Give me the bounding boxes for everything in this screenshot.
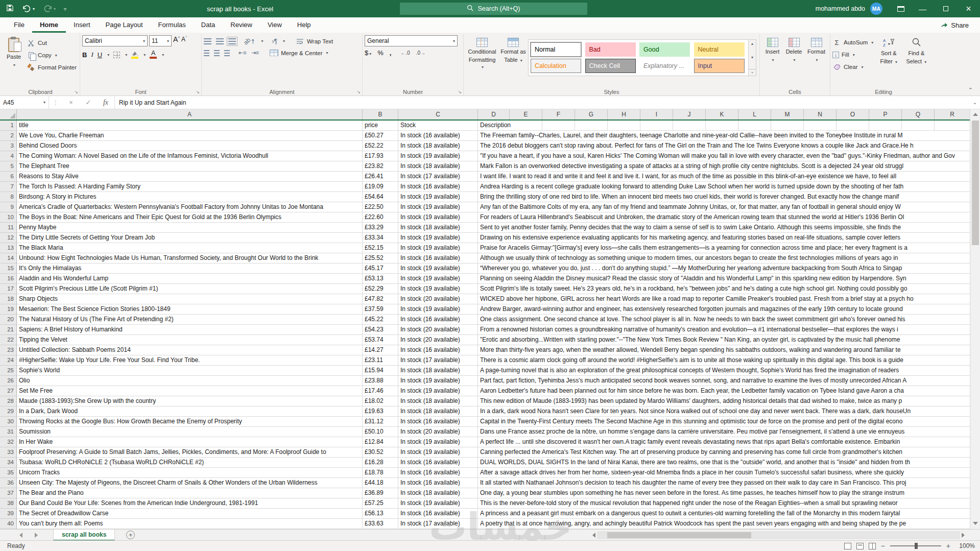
column-header-D[interactable]: D [478,109,510,119]
cell-description[interactable]: Part fact, part fiction, Tyehimba Jess's… [478,376,970,386]
font-size-select[interactable]: 11▾ [149,35,172,46]
style-chip-neutral[interactable]: Neutral [694,42,745,57]
cell-description[interactable]: There is a cosmic alarm clock going off … [478,355,970,366]
column-header-I[interactable]: I [640,109,673,119]
cell-price[interactable]: £52.22 [363,141,398,151]
cell-price[interactable]: £45.17 [363,263,398,274]
empty-cell[interactable] [771,121,804,131]
empty-cell[interactable] [935,121,970,131]
cell-description[interactable]: For readers of Laura Hillenbrand's Seabi… [478,212,970,223]
user-name[interactable]: mohammed abdo [816,5,865,12]
cell-title[interactable]: #HigherSelfie: Wake Up Your Life. Free Y… [17,355,363,366]
zoom-slider[interactable] [890,545,941,546]
cell-title[interactable]: Unseen City: The Majesty of Pigeons, the… [17,478,363,488]
cell-stock[interactable]: In stock (16 available) [398,468,478,478]
column-header-J[interactable]: J [673,109,706,119]
cell-stock[interactable]: In stock (20 available) [398,294,478,304]
row-header-25[interactable]: 25 [0,366,17,376]
cell-description[interactable]: It all started with Nathanael Johnson's … [478,478,970,488]
cell-description[interactable]: A princess and a peasant girl must embar… [478,509,970,519]
row-header-12[interactable]: 12 [0,233,17,243]
paste-button[interactable]: Paste ▾ [3,35,25,73]
restore-button[interactable] [934,0,957,17]
save-icon[interactable] [6,4,14,14]
align-left-icon[interactable] [204,50,209,56]
cell-price[interactable]: £50.10 [363,427,398,437]
cell-stock[interactable]: In stock (16 available) [398,417,478,427]
column-header-C[interactable]: C [398,109,478,119]
reading-order-button[interactable]: ›¶ [272,38,277,45]
delete-cells-button[interactable]: Delete▾ [783,35,805,63]
cell-title[interactable]: The Black Maria [17,243,363,253]
cell-stock[interactable]: In stock (16 available) [398,315,478,325]
cell-price[interactable]: £15.94 [363,366,398,376]
enter-icon[interactable]: ✓ [80,99,97,106]
align-center-icon[interactable] [214,50,220,56]
empty-cell[interactable] [608,121,640,131]
column-header-P[interactable]: P [869,109,902,119]
column-header-G[interactable]: G [575,109,608,119]
cell-title[interactable]: Tsubasa: WoRLD CHRoNiCLE 2 (Tsubasa WoRL… [17,458,363,468]
row-header-29[interactable]: 29 [0,406,17,417]
cell-description[interactable]: I want life. I want to read it and write… [478,172,970,182]
tab-data[interactable]: Data [194,17,223,33]
dialog-launcher-icon[interactable]: ↘ [356,89,361,94]
empty-cell[interactable] [869,121,902,131]
row-header-15[interactable]: 15 [0,263,17,274]
row-header-13[interactable]: 13 [0,243,17,253]
empty-cell[interactable] [738,121,771,131]
cell-price[interactable]: £14.27 [363,345,398,355]
cell-price[interactable]: £33.34 [363,233,398,243]
row-header-1[interactable]: 1 [0,121,17,131]
cell-description[interactable]: Andrew Barger, award-winning author and … [478,304,970,315]
align-top-icon[interactable] [204,38,211,44]
font-family-select[interactable]: Calibri▾ [82,35,148,46]
cell-stock[interactable]: In stock (16 available) [398,345,478,355]
column-header-B[interactable]: B [363,109,398,119]
empty-cell[interactable] [542,121,575,131]
row-header-21[interactable]: 21 [0,325,17,335]
zoom-out-icon[interactable]: − [881,542,885,549]
row-header-18[interactable]: 18 [0,294,17,304]
row-header-36[interactable]: 36 [0,478,17,488]
cell-title[interactable]: Penny Maybe [17,223,363,233]
cell-price[interactable]: £22.60 [363,212,398,223]
zoom-in-icon[interactable]: + [946,542,950,549]
cell-title[interactable]: Foolproof Preserving: A Guide to Small B… [17,447,363,458]
scroll-down-icon[interactable] [973,522,978,525]
cell-stock[interactable]: In stock (17 available) [398,355,478,366]
cell-description[interactable]: One class assignment. One second chance … [478,315,970,325]
cell-title[interactable]: The Boys in the Boat: Nine Americans and… [17,212,363,223]
empty-cell[interactable] [836,121,869,131]
new-sheet-button[interactable]: + [126,531,135,539]
search-box[interactable]: Search (Alt+Q) [400,3,587,15]
style-chip-explanatory-[interactable]: Explanatory ... [639,59,690,73]
tab-help[interactable]: Help [290,17,319,33]
column-header-L[interactable]: L [738,109,771,119]
cell-stock[interactable]: In stock (16 available) [398,478,478,488]
number-format-select[interactable]: General▾ [365,35,458,46]
cell-stock[interactable]: In stock (19 available) [398,243,478,253]
cell-stock[interactable]: In stock (16 available) [398,182,478,192]
clear-button[interactable]: Clear▾ [832,61,873,73]
cell-description[interactable]: Canning perfected the America's Test Kit… [478,447,970,458]
cell-description[interactable]: A page-turning novel that is also an exp… [478,366,970,376]
cell-description[interactable]: Sent to yet another foster family, Penny… [478,223,970,233]
shrink-font-button[interactable]: Aˇ [181,35,187,46]
cell-price[interactable]: £25.52 [363,253,398,263]
cell-price[interactable]: £44.18 [363,478,398,488]
cell-price[interactable]: price [363,121,398,131]
cell-description[interactable]: This new edition of Maude (1883-1993) ha… [478,396,970,406]
font-color-button[interactable]: A [150,51,157,59]
cell-title[interactable]: Mesaerion: The Best Science Fiction Stor… [17,304,363,315]
row-header-2[interactable]: 2 [0,131,17,141]
vertical-scrollbar[interactable] [970,109,980,529]
cancel-icon[interactable]: × [62,99,80,106]
column-header-R[interactable]: R [935,109,970,119]
horizontal-scrollbar[interactable] [592,531,965,539]
empty-cell[interactable] [706,121,738,131]
cell-description[interactable]: Planning on seeing Aladdin the Disney mu… [478,274,970,284]
row-header-20[interactable]: 20 [0,315,17,325]
cell-description[interactable]: “Wherever you go, whatever you do, just … [478,263,970,274]
empty-cell[interactable] [575,121,608,131]
